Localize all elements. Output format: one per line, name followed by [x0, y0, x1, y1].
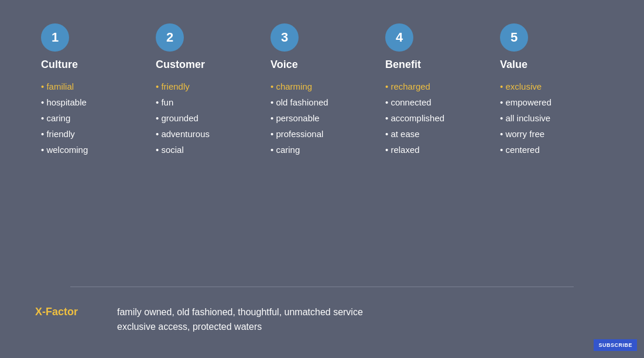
xfactor-line1: family owned, old fashioned, thoughtful,… [117, 307, 363, 317]
list-item: connected [385, 96, 444, 108]
column-title-voice: Voice [270, 59, 298, 71]
list-item: social [156, 144, 210, 156]
list-item: recharged [385, 80, 444, 93]
columns-section: 1Culturefamilialhospitablecaringfriendly… [35, 23, 609, 281]
list-item: all inclusive [500, 112, 551, 124]
list-item: familial [41, 80, 88, 93]
column-title-culture: Culture [41, 59, 78, 71]
xfactor-line2: exclusive access, protected waters [117, 322, 262, 332]
badge-5: 5 [500, 23, 528, 52]
list-item: caring [270, 144, 328, 156]
list-item: exclusive [500, 80, 551, 93]
list-item: old fashioned [270, 96, 328, 108]
column-list-voice: charmingold fashionedpersonableprofessio… [270, 80, 328, 159]
list-item: caring [41, 112, 88, 124]
column-list-customer: friendlyfungroundedadventuroussocial [156, 80, 210, 159]
column-value: 5Valueexclusiveempoweredall inclusivewor… [494, 23, 609, 281]
list-item: at ease [385, 128, 444, 140]
xfactor-label: X-Factor [35, 305, 105, 318]
list-item: charming [270, 80, 328, 93]
column-culture: 1Culturefamilialhospitablecaringfriendly… [35, 23, 150, 281]
list-item: relaxed [385, 144, 444, 156]
list-item: welcoming [41, 144, 88, 156]
xfactor-text: family owned, old fashioned, thoughtful,… [117, 305, 363, 335]
column-title-benefit: Benefit [385, 59, 421, 71]
list-item: friendly [156, 80, 210, 93]
list-item: adventurous [156, 128, 210, 140]
list-item: accomplished [385, 112, 444, 124]
list-item: centered [500, 144, 551, 156]
list-item: empowered [500, 96, 551, 108]
list-item: personable [270, 112, 328, 124]
badge-2: 2 [156, 23, 184, 52]
section-divider [70, 287, 574, 287]
list-item: fun [156, 96, 210, 108]
badge-1: 1 [41, 23, 69, 52]
subscribe-button[interactable]: SUBSCRIBE [594, 339, 637, 351]
xfactor-section: X-Factor family owned, old fashioned, th… [35, 293, 609, 340]
column-list-benefit: rechargedconnectedaccomplishedat easerel… [385, 80, 444, 159]
column-title-value: Value [500, 59, 527, 71]
badge-4: 4 [385, 23, 413, 52]
column-benefit: 4Benefitrechargedconnectedaccomplishedat… [379, 23, 494, 281]
list-item: friendly [41, 128, 88, 140]
column-list-culture: familialhospitablecaringfriendlywelcomin… [41, 80, 88, 159]
badge-3: 3 [270, 23, 299, 52]
main-container: 1Culturefamilialhospitablecaringfriendly… [0, 0, 644, 358]
column-customer: 2Customerfriendlyfungroundedadventurouss… [150, 23, 265, 281]
column-title-customer: Customer [156, 59, 205, 71]
list-item: worry free [500, 128, 551, 140]
list-item: professional [270, 128, 328, 140]
list-item: grounded [156, 112, 210, 124]
list-item: hospitable [41, 96, 88, 108]
column-list-value: exclusiveempoweredall inclusiveworry fre… [500, 80, 551, 159]
column-voice: 3Voicecharmingold fashionedpersonablepro… [265, 23, 379, 281]
